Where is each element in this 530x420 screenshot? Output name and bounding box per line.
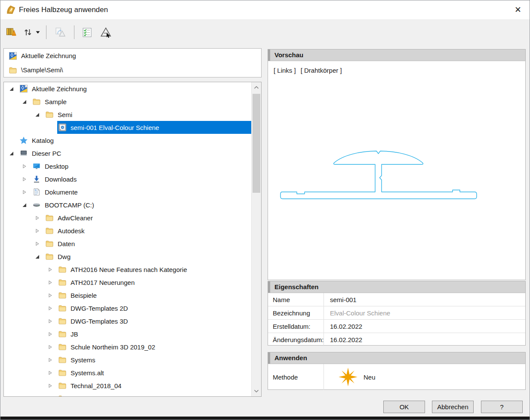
expander-collapsed-icon[interactable]: [22, 177, 31, 182]
properties-header: Eigenschaften: [268, 281, 525, 293]
expander-expanded-icon[interactable]: [22, 99, 31, 104]
current-drawing-label: Aktuelle Zeichnung: [21, 52, 76, 59]
folder-icon: [58, 291, 67, 300]
expander-collapsed-icon[interactable]: [48, 332, 57, 337]
tree-item[interactable]: Systems.alt: [4, 366, 252, 379]
tree-item[interactable]: Aktuelle Zeichnung: [4, 82, 252, 95]
tree-item[interactable]: Systems: [4, 353, 252, 366]
star-burst-icon: [338, 367, 358, 387]
tree-item[interactable]: Schule Northeim 3D 2019_02: [4, 340, 252, 353]
tree-item[interactable]: Dieser PC: [4, 147, 252, 160]
tree-item[interactable]: Downloads: [4, 173, 252, 185]
select-profile-button[interactable]: [98, 24, 114, 40]
properties-panel: Eigenschaften Name semi-001 Bezeichnung …: [268, 281, 526, 346]
tree-item[interactable]: Desktop: [4, 160, 252, 173]
folder-icon: [45, 226, 54, 235]
tree-item[interactable]: ATH2016 Neue Features nach Kategorie: [4, 263, 252, 276]
tree-item[interactable]: Dokumente: [4, 185, 252, 198]
property-label: Name: [268, 293, 324, 306]
expander-collapsed-icon[interactable]: [48, 396, 57, 397]
tree-item-selected[interactable]: semi-001 Elval-Colour Schiene: [4, 121, 252, 134]
expander-collapsed-icon[interactable]: [48, 306, 57, 311]
property-label: Erstelldatum:: [268, 320, 324, 333]
expander-collapsed-icon[interactable]: [35, 241, 44, 246]
expander-collapsed-icon[interactable]: [48, 383, 57, 388]
property-row: Erstelldatum: 16.02.2022: [268, 319, 525, 333]
tree-item[interactable]: Dwg: [4, 250, 252, 263]
apply-panel: Anwenden Methode Neu: [268, 352, 526, 390]
tree-item[interactable]: Daten: [4, 237, 252, 250]
expander-expanded-icon[interactable]: [9, 151, 18, 156]
expander-collapsed-icon[interactable]: [48, 293, 57, 298]
property-label: Änderungsdatum:: [268, 333, 324, 346]
library-button[interactable]: [3, 24, 19, 40]
scrollbar-thumb[interactable]: [253, 94, 260, 193]
links-toggle[interactable]: [ Links ]: [274, 67, 296, 74]
toolbar: [0, 20, 530, 45]
tree-item[interactable]: Technal_2018_04: [4, 379, 252, 392]
property-value: semi-001: [324, 293, 525, 306]
title-bar: Freies Halbzeug anwenden ✕: [0, 0, 530, 20]
tree-item[interactable]: ATH2017 Neuerungen: [4, 276, 252, 289]
toolbar-separator: [74, 25, 74, 39]
scroll-down-button[interactable]: [252, 385, 261, 396]
help-button[interactable]: ?: [481, 401, 523, 413]
folder-icon: [45, 213, 54, 222]
bottom-edge: [0, 417, 530, 420]
tree-item[interactable]: JB: [4, 327, 252, 340]
expander-expanded-icon[interactable]: [22, 203, 31, 207]
method-row: Methode Neu: [268, 364, 525, 390]
tree-item[interactable]: Sample: [4, 95, 252, 108]
folder-icon: [45, 110, 54, 119]
expander-collapsed-icon[interactable]: [22, 190, 31, 195]
expander-expanded-icon[interactable]: [35, 254, 44, 259]
close-icon[interactable]: ✕: [511, 0, 525, 20]
dropdown-caret-icon[interactable]: [34, 24, 42, 40]
tree-item[interactable]: DWG-Templates 2D: [4, 302, 252, 315]
ok-button[interactable]: OK: [383, 401, 425, 413]
tree-item[interactable]: Semi: [4, 108, 252, 121]
expander-collapsed-icon[interactable]: [48, 345, 57, 349]
folder-icon: [45, 239, 54, 248]
app-logo-icon: [5, 4, 17, 15]
folder-icon: [45, 252, 54, 261]
tree-item[interactable]: BOOTCAMP (C:): [4, 198, 252, 211]
tree-item[interactable]: Beispiele: [4, 289, 252, 302]
profile-drawing: [279, 148, 478, 201]
tree-item[interactable]: Katalog: [4, 134, 252, 147]
tree-item[interactable]: Trainer Conf: [4, 392, 252, 396]
file-tree: Aktuelle Zeichnung Sample Semi semi-001 …: [4, 82, 252, 396]
method-value: Neu: [364, 374, 376, 381]
wireframe-toggle[interactable]: [ Drahtkörper ]: [301, 67, 342, 74]
properties-table: Name semi-001 Bezeichnung Elval-Colour S…: [268, 293, 525, 346]
preview-tags: [ Links ] [ Drahtkörper ]: [268, 61, 525, 74]
expander-expanded-icon[interactable]: [35, 112, 44, 117]
folder-icon: [58, 317, 67, 325]
expander-collapsed-icon[interactable]: [35, 229, 44, 233]
cancel-button[interactable]: Abbrechen: [432, 401, 474, 413]
tree-item[interactable]: DWG-Templates 3D: [4, 315, 252, 327]
file-tree-panel: Aktuelle Zeichnung Sample Semi semi-001 …: [3, 82, 262, 397]
folder-icon: [58, 394, 67, 396]
current-path-row: \Sample\Semi\: [4, 63, 261, 77]
documents-icon: [32, 188, 41, 196]
expander-collapsed-icon[interactable]: [48, 280, 57, 285]
folder-icon: [58, 368, 67, 377]
expander-collapsed-icon[interactable]: [22, 164, 31, 169]
checklist-button[interactable]: [79, 24, 95, 40]
expander-collapsed-icon[interactable]: [48, 319, 57, 324]
tree-item[interactable]: Autodesk: [4, 224, 252, 237]
drawing-icon: [9, 52, 17, 60]
tree-scrollbar[interactable]: [251, 82, 261, 396]
tree-item[interactable]: AdwCleaner: [4, 211, 252, 224]
folder-icon: [58, 330, 67, 338]
expander-collapsed-icon[interactable]: [48, 267, 57, 272]
expander-collapsed-icon[interactable]: [48, 371, 57, 375]
expander-collapsed-icon[interactable]: [48, 358, 57, 362]
scroll-up-button[interactable]: [252, 82, 261, 93]
folder-icon: [9, 66, 17, 74]
folder-icon: [58, 304, 67, 312]
expander-collapsed-icon[interactable]: [35, 216, 44, 220]
expander-expanded-icon[interactable]: [9, 86, 18, 91]
property-row: Bezeichnung Elval-Colour Schiene: [268, 306, 525, 319]
